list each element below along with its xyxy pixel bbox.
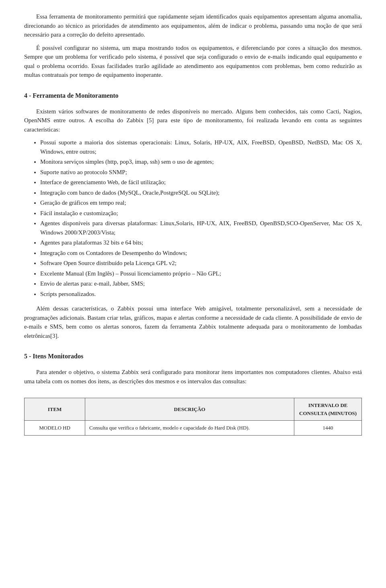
table-header-interval: INTERVALO DE CONSULTA (Minutos)	[294, 398, 362, 421]
paragraph-3: Existem vários softwares de monitorament…	[24, 107, 362, 134]
list-item: Excelente Manual (Em Inglês) – Possui li…	[40, 269, 362, 278]
table-header-desc: DESCRIÇÃO	[85, 398, 294, 421]
list-item: Geração de gráficos em tempo real;	[40, 198, 362, 208]
items-table: ITEM DESCRIÇÃO INTERVALO DE CONSULTA (Mi…	[24, 398, 362, 436]
page-content: Essa ferramenta de monitoramento permiti…	[0, 0, 386, 452]
list-item: Envio de alertas para: e-mail, Jabber, S…	[40, 279, 362, 288]
paragraph-4: Além dessas características, o Zabbix po…	[24, 304, 362, 340]
paragraph-1: Essa ferramenta de monitoramento permiti…	[24, 12, 362, 39]
section4-heading: 4 - Ferramenta de Monitoramento	[24, 91, 362, 101]
table-cell-desc: Consulta que verifica o fabricante, mode…	[85, 421, 294, 436]
list-item: Interface de gerenciamento Web, de fácil…	[40, 178, 362, 187]
table-cell-item: MODELO HD	[25, 421, 85, 436]
table-cell-interval: 1440	[294, 421, 362, 436]
list-item: Agentes para plataformas 32 bits e 64 bi…	[40, 238, 362, 247]
list-item: Monitora serviços simples (http, pop3, i…	[40, 157, 362, 167]
paragraph-5: Para atender o objetivo, o sistema Zabbi…	[24, 368, 362, 386]
table-header-item: ITEM	[25, 398, 85, 421]
features-list: Possui suporte a maioria dos sistemas op…	[40, 138, 362, 298]
list-item: Integração com os Contadores de Desempen…	[40, 249, 362, 258]
list-item: Integração com banco de dados (MySQL, Or…	[40, 188, 362, 197]
list-item: Fácil instalação e customização;	[40, 209, 362, 218]
table-row: MODELO HDConsulta que verifica o fabrica…	[25, 421, 362, 436]
list-item: Scripts personalizados.	[40, 290, 362, 299]
list-item: Possui suporte a maioria dos sistemas op…	[40, 138, 362, 156]
paragraph-2: É possível configurar no sistema, um map…	[24, 43, 362, 80]
list-item: Software Open Source distribuído pela Li…	[40, 259, 362, 268]
list-item: Agentes disponíveis para diversas plataf…	[40, 219, 362, 237]
section5-heading: 5 - Itens Monitorados	[24, 352, 362, 361]
paragraph-2a: É possível configurar no sistema, um map…	[24, 45, 362, 78]
list-item: Suporte nativo ao protocolo SNMP;	[40, 168, 362, 177]
